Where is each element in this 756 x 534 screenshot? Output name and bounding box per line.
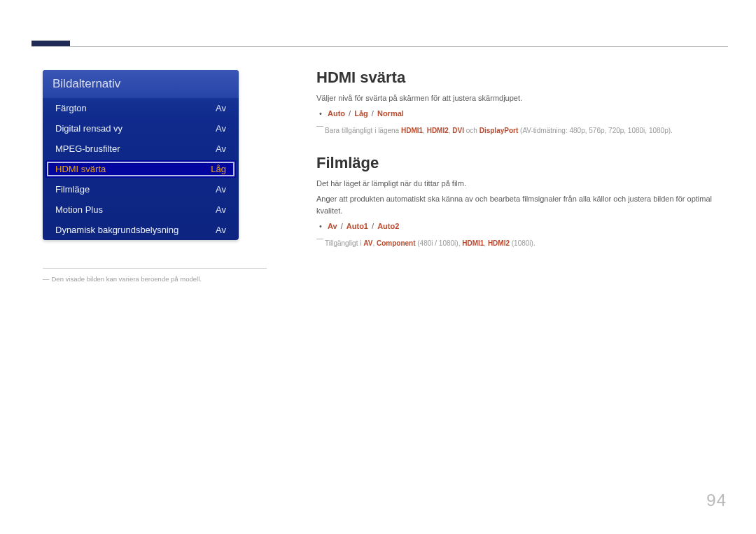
menu-row-6[interactable]: Dynamisk bakgrundsbelysningAv [43, 220, 239, 240]
menu-row-label: HDMI svärta [55, 164, 106, 174]
film-title: Filmläge [316, 154, 720, 172]
header-accent [31, 41, 70, 46]
film-desc1: Det här läget är lämpligt när du tittar … [316, 178, 720, 190]
menu-row-value: Av [216, 225, 226, 235]
film-options: Av / Auto1 / Auto2 [316, 220, 720, 233]
film-note: Tillgängligt i AV, Component (480i / 108… [316, 236, 720, 249]
menu-row-label: Färgton [55, 103, 87, 113]
menu-row-0[interactable]: FärgtonAv [43, 98, 239, 118]
menu-row-3[interactable]: HDMI svärtaLåg [46, 160, 236, 178]
menu-row-label: Dynamisk bakgrundsbelysning [55, 225, 178, 235]
hdmi-note: Bara tillgängligt i lägena HDMI1, HDMI2,… [316, 123, 720, 136]
main-content: HDMI svärta Väljer nivå för svärta på sk… [316, 69, 720, 248]
page-number: 94 [706, 491, 727, 510]
menu-row-5[interactable]: Motion PlusAv [43, 199, 239, 220]
menu-title: Bildalternativ [43, 70, 239, 98]
menu-row-value: Av [216, 103, 226, 113]
menu-row-value: Av [216, 123, 226, 134]
section-filmlage: Filmläge Det här läget är lämpligt när d… [316, 154, 720, 248]
menu-row-4[interactable]: FilmlägeAv [43, 179, 239, 199]
menu-row-label: Digital rensad vy [55, 123, 122, 134]
menu-caption: ―Den visade bilden kan variera beroende … [43, 275, 202, 283]
menu-row-value: Av [216, 204, 226, 215]
film-desc2: Anger att produkten automatiskt ska känn… [316, 193, 720, 217]
settings-menu: Bildalternativ FärgtonAvDigital rensad v… [43, 70, 239, 240]
hdmi-title: HDMI svärta [316, 69, 720, 87]
menu-row-2[interactable]: MPEG-brusfilterAv [43, 139, 239, 159]
menu-row-value: Låg [211, 164, 226, 174]
menu-row-value: Av [216, 184, 226, 195]
menu-row-value: Av [216, 143, 226, 154]
header-rule [31, 46, 728, 47]
section-hdmi-svarta: HDMI svärta Väljer nivå för svärta på sk… [316, 69, 720, 136]
menu-items: FärgtonAvDigital rensad vyAvMPEG-brusfil… [43, 98, 239, 240]
caption-rule [43, 268, 267, 269]
menu-row-1[interactable]: Digital rensad vyAv [43, 118, 239, 139]
hdmi-desc: Väljer nivå för svärta på skärmen för at… [316, 92, 720, 104]
menu-row-label: Filmläge [55, 184, 90, 195]
menu-row-label: MPEG-brusfilter [55, 143, 120, 154]
menu-row-label: Motion Plus [55, 204, 103, 215]
hdmi-options: Auto / Låg / Normal [316, 108, 720, 120]
